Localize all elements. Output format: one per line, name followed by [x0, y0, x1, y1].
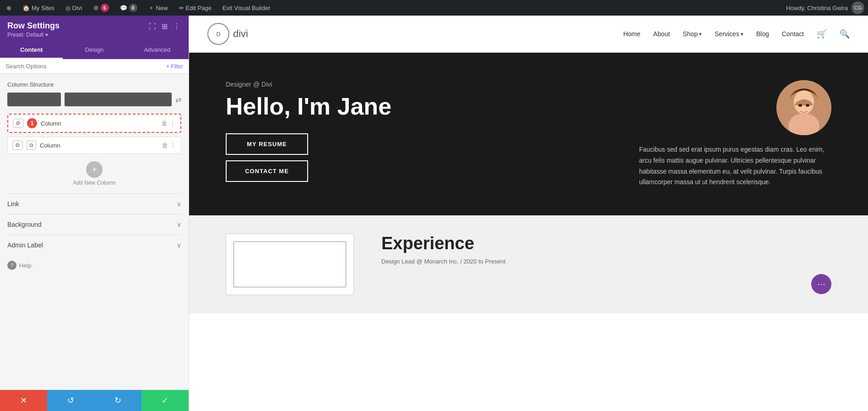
comments-icon: 💬 [120, 5, 127, 11]
column-2-delete-button[interactable]: 🗑 [162, 142, 168, 149]
menu-item-services[interactable]: Services [715, 30, 743, 38]
accordion-admin-label: Admin Label ∨ [7, 235, 181, 255]
hero-right: Faucibus sed sed erat ipsum purus egesta… [639, 80, 831, 188]
panel-content: Column Structure ⇄ ⚙ 1 Column 🗑 ⋮ ⚙ ⧉ [0, 74, 189, 390]
search-icon[interactable]: 🔍 [840, 29, 850, 39]
notification-icon: ⚙ [93, 5, 99, 11]
add-column-label: Add New Column [73, 180, 115, 186]
notifications-badge: 5 [101, 4, 109, 12]
fullscreen-button[interactable]: ⛶ [148, 22, 157, 32]
column-1-delete-button[interactable]: 🗑 [161, 120, 168, 127]
accordion-link-header[interactable]: Link ∨ [7, 200, 181, 208]
redo-button[interactable]: ↻ [94, 390, 141, 411]
edit-page-label: Edit Page [186, 5, 212, 11]
wp-icon-link[interactable]: ⊕ [4, 0, 14, 16]
column-2-more-button[interactable]: ⋮ [170, 142, 176, 149]
split-view-button[interactable]: ⊞ [161, 21, 168, 32]
add-column-area[interactable]: + Add New Column [7, 158, 181, 193]
hero-subtitle: Designer @ Divi [226, 81, 612, 88]
new-link[interactable]: ＋ New [146, 0, 171, 16]
col-preview-1 [7, 93, 61, 106]
my-sites-link[interactable]: 🏠 My Sites [20, 0, 57, 16]
accordion-admin-label-title: Admin Label [7, 241, 43, 249]
avatar-svg [776, 80, 831, 135]
accordion-background: Background ∨ [7, 214, 181, 235]
panel-title: Row Settings [7, 21, 60, 31]
column-item-1: ⚙ 1 Column 🗑 ⋮ [7, 114, 181, 133]
column-1-settings-button[interactable]: ⚙ [13, 119, 23, 128]
divi-link[interactable]: ◎ Divi [63, 0, 85, 16]
accordion-link: Link ∨ [7, 193, 181, 214]
exit-builder-label: Exit Visual Builder [222, 5, 271, 11]
menu-item-blog[interactable]: Blog [756, 30, 769, 38]
search-input[interactable] [5, 63, 163, 70]
comments-link[interactable]: 💬 0 [117, 0, 140, 16]
menu-item-contact[interactable]: Contact [782, 30, 804, 38]
column-1-actions: 🗑 ⋮ [161, 120, 176, 127]
divi-icon: ◎ [65, 5, 71, 11]
column-structure-preview: ⇄ [7, 93, 181, 106]
site-nav: D divi Home About Shop Services Blog [189, 16, 868, 53]
below-hero-section: Experience Design Lead @ Monarch Inc. / … [189, 215, 868, 313]
panel-preset[interactable]: Preset: Default ▾ [7, 32, 60, 38]
menu-item-shop[interactable]: Shop [683, 30, 702, 38]
hero-section: Designer @ Divi Hello, I'm Jane MY RESUM… [189, 53, 868, 215]
logo-d-text: D [216, 31, 220, 38]
column-2-copy-button[interactable]: ⧉ [27, 141, 36, 150]
tab-advanced[interactable]: Advanced [126, 42, 189, 59]
cancel-button[interactable]: ✕ [0, 390, 47, 411]
save-button[interactable]: ✓ [141, 390, 189, 411]
accordion-admin-label-header[interactable]: Admin Label ∨ [7, 241, 181, 249]
accordion-background-header[interactable]: Background ∨ [7, 221, 181, 228]
logo-circle: D [207, 23, 229, 45]
site-menu: Home About Shop Services Blog Contact 🛒 [623, 29, 850, 39]
contact-button[interactable]: CONTACT ME [226, 160, 308, 182]
experience-subtitle: Design Lead @ Monarch Inc. / 2020 to Pre… [381, 258, 831, 265]
tab-content[interactable]: Content [0, 42, 63, 59]
avatar-image [776, 80, 831, 135]
wp-icon: ⊕ [6, 5, 11, 11]
bottom-bar: ✕ ↺ ↻ ✓ [0, 390, 189, 411]
hero-avatar [776, 80, 831, 135]
add-column-icon: + [86, 161, 103, 178]
hero-bio: Faucibus sed sed erat ipsum purus egesta… [639, 144, 831, 188]
column-1-label: Column [41, 120, 157, 127]
timeline-card-inner [233, 241, 346, 287]
help-link[interactable]: ? Help [7, 255, 181, 275]
hero-left: Designer @ Divi Hello, I'm Jane MY RESUM… [226, 81, 612, 187]
divi-fab-button[interactable]: ⋯ [811, 274, 831, 294]
help-icon: ? [7, 261, 16, 270]
exit-builder-link[interactable]: Exit Visual Builder [220, 0, 273, 16]
panel-header-actions: ⛶ ⊞ ⋮ [148, 21, 181, 32]
menu-item-about[interactable]: About [653, 30, 670, 38]
admin-bar: ⊕ 🏠 My Sites ◎ Divi ⚙ 5 💬 0 ＋ New ✏ Edit… [0, 0, 868, 16]
column-2-label: Column [40, 142, 158, 149]
filter-button[interactable]: + Filter [166, 63, 183, 70]
undo-button[interactable]: ↺ [47, 390, 94, 411]
avatar: CG [852, 1, 864, 14]
tab-design[interactable]: Design [63, 42, 125, 59]
logo-text: divi [233, 28, 248, 40]
new-label: New [156, 5, 168, 11]
col-swap-button[interactable]: ⇄ [175, 95, 181, 104]
resume-button[interactable]: MY RESUME [226, 133, 308, 155]
column-2-settings-button[interactable]: ⚙ [12, 141, 23, 150]
svg-point-4 [798, 104, 802, 107]
more-options-button[interactable]: ⋮ [172, 21, 181, 32]
accordion-background-chevron: ∨ [177, 221, 181, 228]
hero-title: Hello, I'm Jane [226, 93, 612, 120]
column-1-more-button[interactable]: ⋮ [169, 120, 176, 127]
timeline-card [226, 234, 354, 295]
column-item-2: ⚙ ⧉ Column 🗑 ⋮ [7, 137, 181, 154]
menu-item-home[interactable]: Home [623, 30, 640, 38]
column-2-actions: 🗑 ⋮ [162, 142, 176, 149]
help-label: Help [19, 262, 32, 269]
edit-page-link[interactable]: ✏ Edit Page [176, 0, 214, 16]
cart-icon[interactable]: 🛒 [817, 29, 827, 39]
tab-bar: Content Design Advanced [0, 42, 189, 59]
experience-section: Experience Design Lead @ Monarch Inc. / … [381, 234, 831, 295]
column-structure-label: Column Structure [7, 81, 181, 88]
pencil-icon: ✏ [179, 5, 184, 11]
comments-badge: 0 [129, 4, 137, 12]
notifications-link[interactable]: ⚙ 5 [91, 0, 112, 16]
